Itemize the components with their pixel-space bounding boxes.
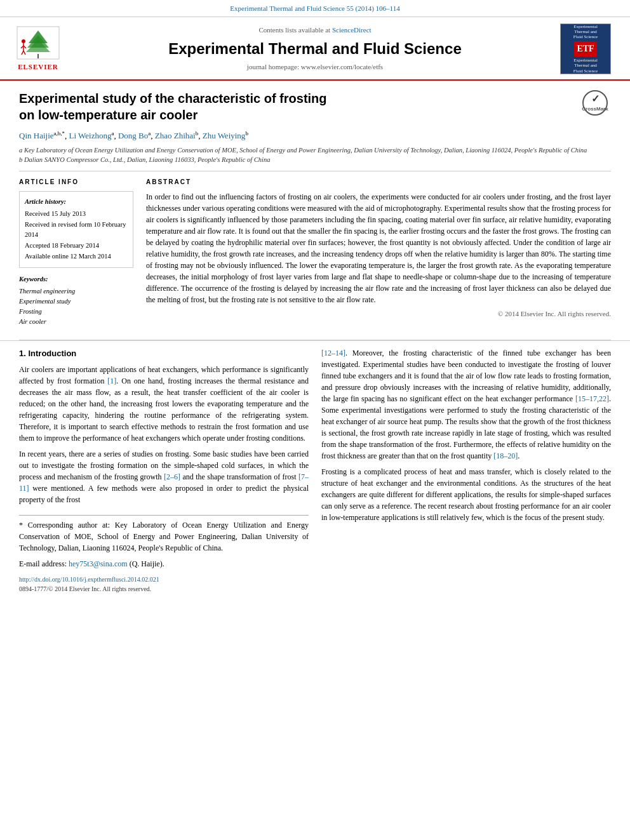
keyword-3: Frosting [19,307,133,316]
intro-para-1: Air coolers are important applications o… [19,364,309,444]
elsevier-tree-icon [16,25,60,60]
author-zhu-super: b [245,130,248,137]
email-label: E-mail address: [19,559,67,568]
author-dong-super: a [148,130,151,137]
journal-header: ELSEVIER Contents lists available at Sci… [0,17,630,81]
body-col-left: 1. Introduction Air coolers are importan… [19,347,309,594]
author-qin[interactable]: Qin Haijie [19,131,54,140]
doi-link[interactable]: http://dx.doi.org/10.1016/j.expthermflus… [19,575,309,584]
elsevier-logo: ELSEVIER [6,25,70,72]
main-body: 1. Introduction Air coolers are importan… [0,340,630,600]
keywords-box: Keywords: Thermal engineering Experiment… [19,274,133,326]
footnote-email: E-mail address: hey75t3@sina.com (Q. Hai… [19,558,309,570]
divider-1 [19,171,611,171]
journal-issue-text: Experimental Thermal and Fluid Science 5… [230,4,399,12]
author-dong[interactable]: Dong Bo [118,131,148,140]
affiliation-a: a Key Laboratory of Ocean Energy Utiliza… [19,146,611,156]
contents-available-text: Contents lists available at [258,26,330,34]
keyword-2: Experimental study [19,297,133,306]
authors-line: Qin Haijiea,b,*, Li Weizhonga, Dong Boa,… [19,130,611,142]
footnote-star: * Corresponding author at: Key Laborator… [19,519,309,554]
author-li[interactable]: Li Weizhong [69,131,112,140]
badge-top-text: ExperimentalThermal andFluid Science [573,24,598,40]
issn-line: 0894-1777/© 2014 Elsevier Inc. All right… [19,584,309,594]
abstract-header: ABSTRACT [146,178,611,187]
crossmark-label: CrossMark [582,106,608,112]
intro-para-4: Frosting is a complicated process of hea… [321,466,611,523]
article-title-text: Experimental study of the characteristic… [19,90,576,123]
homepage-line: journal homepage: www.elsevier.com/locat… [76,62,554,72]
article-content: Experimental study of the characteristic… [0,81,630,340]
affiliations: a Key Laboratory of Ocean Energy Utiliza… [19,146,611,164]
journal-center: Contents lists available at ScienceDirec… [70,25,560,73]
journal-badge: ExperimentalThermal andFluid Science ETF… [560,23,611,74]
crossmark-icon: ✓ CrossMark [582,90,608,116]
body-columns: 1. Introduction Air coolers are importan… [19,347,611,594]
section-number: 1. [19,349,26,358]
journal-title: Experimental Thermal and Fluid Science [76,38,554,60]
intro-para-2: In recent years, there are a series of s… [19,448,309,505]
crossmark-badge: ✓ CrossMark [582,90,611,119]
elsevier-text: ELSEVIER [18,62,58,72]
email-address[interactable]: hey75t3@sina.com [69,559,128,568]
svg-point-6 [22,39,25,43]
author-zhu[interactable]: Zhu Weiying [203,131,246,140]
ref-1[interactable]: [1] [107,377,116,385]
journal-issue-bar: Experimental Thermal and Fluid Science 5… [0,0,630,17]
body-col-right: [12–14]. Moreover, the frosting characte… [321,347,611,594]
badge-acronym: ETF [574,41,596,57]
footnote-area: * Corresponding author at: Key Laborator… [19,515,309,570]
online-date: Available online 12 March 2014 [25,251,128,261]
received-date: Received 15 July 2013 [25,209,128,218]
section-name: Introduction [28,349,76,358]
sciencedirect-link[interactable]: ScienceDirect [332,26,372,34]
author-li-super: a [111,130,114,137]
article-info-header: ARTICLE INFO [19,178,133,187]
article-info-box: Article history: Received 15 July 2013 R… [19,191,133,268]
affiliation-b: b Dalian SANYO Compressor Co., Ltd., Dal… [19,156,611,165]
ref-12-14[interactable]: [12–14] [321,349,345,357]
intro-para-3: [12–14]. Moreover, the frosting characte… [321,347,611,462]
keyword-1: Thermal engineering [19,286,133,296]
info-abstract-row: ARTICLE INFO Article history: Received 1… [19,178,611,327]
article-title-row: Experimental study of the characteristic… [19,90,611,123]
author-zhao[interactable]: Zhao Zhihai [155,131,196,140]
page-wrapper: Experimental Thermal and Fluid Science 5… [0,0,630,840]
accepted-date: Accepted 18 February 2014 [25,241,128,250]
author-qin-super: a,b,* [54,130,65,137]
copyright-line: © 2014 Elsevier Inc. All rights reserved… [146,309,611,319]
doi-footer[interactable]: http://dx.doi.org/10.1016/j.expthermflus… [19,575,309,594]
email-suffix: (Q. Haijie). [130,559,164,568]
abstract-col: ABSTRACT In order to find out the influe… [146,178,611,327]
abstract-text: In order to find out the influencing fac… [146,191,611,305]
author-zhao-super: b [196,130,199,137]
ref-18-20[interactable]: [18–20] [493,451,518,460]
keywords-title: Keywords: [19,274,133,284]
history-title: Article history: [25,197,128,206]
revised-date: Received in revised form 10 February 201… [25,220,128,239]
journal-badge-area: ExperimentalThermal andFluid Science ETF… [560,23,617,74]
badge-bottom-text: ExperimentalThermal andFluid Science [573,58,598,74]
ref-15-17-22[interactable]: [15–17,22] [575,394,609,403]
keyword-4: Air cooler [19,317,133,326]
contents-line: Contents lists available at ScienceDirec… [76,25,554,36]
article-info-col: ARTICLE INFO Article history: Received 1… [19,178,133,327]
intro-section-title: 1. Introduction [19,347,309,360]
ref-2-6[interactable]: [2–6] [164,472,180,481]
